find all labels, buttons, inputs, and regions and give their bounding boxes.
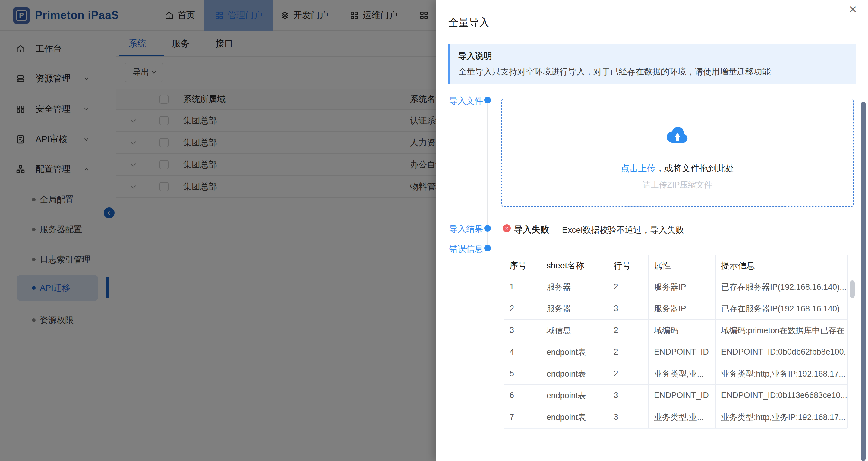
error-table-row: 7 endpoint表 3 业务类型,业... 业务类型:http,业务IP:1… [504,406,847,428]
cloud-upload-icon [502,127,853,144]
error-table-row: 2 服务器 3 服务器IP 已存在服务器IP(192.168.16.140)..… [504,298,847,319]
file-section-label: 导入文件 [449,95,483,107]
cell-sheet: endpoint表 [541,341,609,363]
error-table-next-row-hint [504,428,847,429]
cell-sheet: endpoint表 [541,363,609,385]
header-msg: 提示信息 [716,255,847,276]
cell-no: 1 [504,276,541,298]
cell-line: 2 [608,319,649,341]
upload-dropzone[interactable]: 点击上传，或将文件拖到此处 请上传ZIP压缩文件 [501,99,854,207]
app-screen: P Primeton iPaaS 首页 管理门户 开发门户 运维门户 工作台 [0,0,868,461]
cell-attr: ENDPOINT_ID [649,341,716,363]
result-section-dot [484,225,491,232]
cell-sheet: endpoint表 [541,406,609,428]
error-table-scrollbar-thumb[interactable] [850,280,855,298]
notice-body: 全量导入只支持对空环境进行导入，对于已经存在数据的环境，请使用增量迁移功能 [458,66,856,78]
cell-line: 3 [608,406,649,428]
error-table-row: 4 endpoint表 2 ENDPOINT_ID ENDPOINT_ID:0b… [504,341,847,363]
upload-click-text[interactable]: 点击上传 [621,163,656,173]
import-result-message: Excel数据校验不通过，导入失败 [562,224,684,236]
cell-line: 2 [608,276,649,298]
error-table-row: 1 服务器 2 服务器IP 已存在服务器IP(192.168.16.140)..… [504,276,847,298]
import-notice: 导入说明 全量导入只支持对空环境进行导入，对于已经存在数据的环境，请使用增量迁移… [448,44,856,84]
full-import-drawer: ✕ 全量导入 导入说明 全量导入只支持对空环境进行导入，对于已经存在数据的环境，… [436,0,868,461]
result-section-label: 导入结果 [449,223,483,235]
cell-sheet: 域信息 [541,319,609,341]
cell-msg: 业务类型:http,业务IP:192.168.17... [716,406,847,428]
notice-title: 导入说明 [458,50,856,62]
error-table: 序号 sheet名称 行号 属性 提示信息 1 服务器 2 服务器IP 已存在服… [504,255,848,428]
cell-attr: 域编码 [649,319,716,341]
drawer-scrollbar-thumb[interactable] [861,102,866,461]
error-section-label: 错误信息 [449,243,483,255]
cell-attr: 服务器IP [649,298,716,319]
close-icon[interactable]: ✕ [849,4,858,14]
cell-no: 5 [504,363,541,385]
cell-msg: 域编码:primeton在数据库中已存在 [716,319,847,341]
cell-no: 6 [504,385,541,406]
error-table-row: 6 endpoint表 3 ENDPOINT_ID ENDPOINT_ID:0b… [504,385,847,406]
cell-no: 7 [504,406,541,428]
cell-msg: 已存在服务器IP(192.168.16.140)... [716,276,847,298]
upload-hint: 请上传ZIP压缩文件 [502,179,853,190]
cell-no: 3 [504,319,541,341]
error-table-row: 5 endpoint表 2 业务类型,业... 业务类型:http,业务IP:1… [504,363,847,385]
header-line: 行号 [608,255,649,276]
cell-attr: 业务类型,业... [649,406,716,428]
cell-line: 3 [608,385,649,406]
upload-drag-text: ，或将文件拖到此处 [656,163,735,173]
cell-line: 2 [608,363,649,385]
cell-line: 3 [608,298,649,319]
header-no: 序号 [504,255,541,276]
error-circle-icon: ✕ [503,224,511,232]
header-attr: 属性 [649,255,716,276]
import-result-status: 导入失败 [514,224,549,236]
error-table-row: 3 域信息 2 域编码 域编码:primeton在数据库中已存在 [504,319,847,341]
cell-msg: 已存在服务器IP(192.168.16.140)... [716,298,847,319]
header-sheet: sheet名称 [541,255,609,276]
file-section-dot [484,97,491,103]
upload-instruction: 点击上传，或将文件拖到此处 [502,162,853,175]
error-table-header: 序号 sheet名称 行号 属性 提示信息 [504,255,847,276]
cell-attr: 服务器IP [649,276,716,298]
error-section-dot [484,245,491,251]
cell-sheet: 服务器 [541,298,609,319]
cell-sheet: endpoint表 [541,385,609,406]
cell-msg: ENDPOINT_ID:0b0db62fbb8e100... [716,341,847,363]
cell-attr: ENDPOINT_ID [649,385,716,406]
drawer-title: 全量导入 [448,16,489,30]
cell-msg: 业务类型:http,业务IP:192.168.17... [716,363,847,385]
cell-attr: 业务类型,业... [649,363,716,385]
cell-sheet: 服务器 [541,276,609,298]
cell-line: 2 [608,341,649,363]
cell-no: 4 [504,341,541,363]
cell-no: 2 [504,298,541,319]
cell-msg: ENDPOINT_ID:0b113e6683ce10... [716,385,847,406]
